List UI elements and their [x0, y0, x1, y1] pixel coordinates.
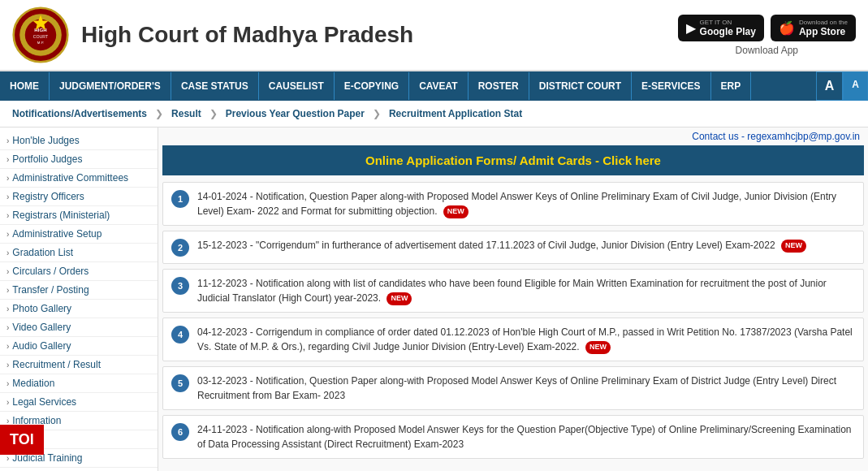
sidebar-item-registry-officers[interactable]: › Registry Officers — [0, 188, 158, 206]
nav-eservices[interactable]: E-SERVICES — [632, 72, 710, 100]
notification-text: 03-12-2023 - Notification, Question Pape… — [197, 374, 855, 403]
nav-ecopying[interactable]: E-COPYING — [335, 72, 409, 100]
sidebar-label-registry-officers: Registry Officers — [12, 191, 84, 202]
nav-home[interactable]: HOME — [0, 72, 50, 100]
sidebar-label-legal-services: Legal Services — [12, 396, 76, 408]
list-item[interactable]: 6 24-11-2023 - Notification along-with P… — [162, 415, 864, 459]
main-content: › Hon'ble Judges › Portfolio Judges › Ad… — [0, 127, 868, 471]
nav-causelist[interactable]: CAUSELIST — [259, 72, 335, 100]
sidebar-item-admin-setup[interactable]: › Administrative Setup — [0, 225, 158, 244]
sidebar-label-audio-gallery: Audio Gallery — [12, 340, 71, 352]
font-large-button[interactable]: A — [816, 71, 844, 101]
chevron-icon: › — [6, 136, 9, 145]
sub-nav-notifications[interactable]: Notifications/Advertisements — [8, 106, 151, 122]
list-item[interactable]: 1 14-01-2024 - Notification, Question Pa… — [162, 182, 864, 226]
list-item[interactable]: 5 03-12-2023 - Notification, Question Pa… — [162, 366, 864, 410]
chevron-icon: › — [6, 305, 9, 313]
sidebar-item-video-gallery[interactable]: › Video Gallery — [0, 318, 158, 337]
notification-number: 6 — [171, 423, 189, 441]
sidebar-item-photo-gallery[interactable]: › Photo Gallery — [0, 300, 158, 318]
chevron-icon: › — [6, 454, 9, 463]
sidebar-label-video-gallery: Video Gallery — [12, 322, 71, 333]
font-size-controls: A A — [816, 71, 868, 101]
sidebar-item-gradation-list[interactable]: › Gradation List — [0, 244, 158, 262]
app-store-button[interactable]: 🍎 Download on the App Store — [771, 15, 856, 41]
sidebar-item-legal-services[interactable]: › Legal Services — [0, 393, 158, 412]
list-item[interactable]: 3 11-12-2023 - Notification along with l… — [162, 269, 864, 313]
sidebar-label-admin-committees: Administrative Committees — [12, 172, 128, 184]
sidebar-item-recruitment[interactable]: › Recruitment / Result — [0, 356, 158, 374]
notification-text: 11-12-2023 - Notification along with lis… — [197, 276, 855, 305]
nav-caveat[interactable]: CAVEAT — [409, 72, 469, 100]
notification-text: 04-12-2023 - Corrigendum in compliance o… — [197, 325, 855, 354]
sidebar-item-audio-gallery[interactable]: › Audio Gallery — [0, 337, 158, 356]
google-play-label: Google Play — [700, 26, 756, 37]
chevron-icon: › — [6, 379, 9, 388]
notification-number: 3 — [171, 277, 189, 295]
sub-nav-sep-3: ❯ — [373, 108, 381, 119]
new-badge: NEW — [443, 205, 469, 218]
download-app-label: Download App — [736, 45, 798, 56]
notification-number: 1 — [171, 190, 189, 208]
get-it-on-label: GET IT ON — [700, 19, 756, 26]
new-badge: NEW — [585, 341, 611, 354]
app-buttons-group: ▶ GET IT ON Google Play 🍎 Download on th… — [678, 15, 856, 41]
logo: HIGH COURT M.P. — [12, 6, 69, 63]
sub-nav-sep-2: ❯ — [209, 108, 218, 119]
chevron-icon: › — [6, 361, 9, 369]
sidebar-item-transfer[interactable]: › Transfer / Posting — [0, 281, 158, 300]
chevron-icon: › — [6, 267, 9, 276]
sub-nav-prev-year[interactable]: Previous Year Question Paper — [222, 106, 369, 122]
chevron-icon: › — [6, 398, 9, 407]
sidebar-label-gradation-list: Gradation List — [12, 247, 73, 258]
new-badge: NEW — [781, 240, 806, 253]
chevron-icon: › — [6, 155, 9, 164]
sidebar: › Hon'ble Judges › Portfolio Judges › Ad… — [0, 127, 158, 471]
sub-nav-result[interactable]: Result — [167, 106, 205, 122]
notification-number: 5 — [171, 374, 189, 392]
notification-text: 24-11-2023 - Notification along-with Pro… — [197, 422, 855, 452]
nav-erp[interactable]: ERP — [711, 72, 752, 100]
nav-judgment[interactable]: JUDGMENT/ORDER'S — [50, 72, 171, 100]
app-store-label: App Store — [799, 26, 848, 37]
sub-nav-recruitment-stat[interactable]: Recruitment Application Stat — [385, 106, 526, 122]
font-small-button[interactable]: A — [843, 71, 868, 101]
new-badge: NEW — [386, 292, 412, 305]
chevron-icon: › — [6, 323, 9, 332]
nav-district-court[interactable]: DISTRICT COURT — [529, 72, 632, 100]
sidebar-item-honble-judges[interactable]: › Hon'ble Judges — [0, 132, 158, 150]
notifications-list: 1 14-01-2024 - Notification, Question Pa… — [162, 182, 864, 459]
google-play-button[interactable]: ▶ GET IT ON Google Play — [678, 15, 764, 41]
chevron-icon: › — [6, 192, 9, 201]
notification-number: 2 — [171, 239, 189, 257]
list-item[interactable]: 2 15-12-2023 - "Corrigendum" in furthera… — [162, 231, 864, 264]
app-download-section: ▶ GET IT ON Google Play 🍎 Download on th… — [678, 15, 856, 56]
sub-nav-bar: Notifications/Advertisements ❯ Result ❯ … — [0, 101, 868, 127]
chevron-icon: › — [6, 174, 9, 183]
svg-text:COURT: COURT — [33, 34, 49, 39]
sidebar-item-portfolio-judges[interactable]: › Portfolio Judges — [0, 150, 158, 169]
nav-roster[interactable]: ROSTER — [469, 72, 529, 100]
sidebar-label-admin-setup: Administrative Setup — [12, 228, 101, 240]
sidebar-item-registrars[interactable]: › Registrars (Ministerial) — [0, 206, 158, 225]
sidebar-item-circulars[interactable]: › Circulars / Orders — [0, 262, 158, 281]
sidebar-label-transfer: Transfer / Posting — [12, 284, 89, 296]
download-on-label: Download on the — [799, 19, 848, 26]
chevron-icon: › — [6, 211, 9, 220]
contact-line[interactable]: Contact us - regexamhcjbp@mp.gov.in — [158, 127, 868, 145]
toi-badge: TOI — [0, 425, 44, 455]
sidebar-label-portfolio-judges: Portfolio Judges — [12, 153, 82, 165]
content-area: Contact us - regexamhcjbp@mp.gov.in Onli… — [158, 127, 868, 471]
sidebar-label-circulars: Circulars / Orders — [12, 266, 89, 277]
notification-text: 14-01-2024 - Notification, Question Pape… — [197, 189, 855, 218]
sidebar-item-admin-committees[interactable]: › Administrative Committees — [0, 169, 158, 188]
apple-icon: 🍎 — [779, 20, 795, 36]
sidebar-item-mediation[interactable]: › Mediation — [0, 374, 158, 393]
notification-text: 15-12-2023 - "Corrigendum" in furtheranc… — [197, 238, 855, 253]
list-item[interactable]: 4 04-12-2023 - Corrigendum in compliance… — [162, 318, 864, 361]
sub-nav-sep-1: ❯ — [155, 108, 163, 119]
admit-card-bar[interactable]: Online Application Forms/ Admit Cards - … — [162, 145, 864, 175]
sidebar-label-registrars: Registrars (Ministerial) — [12, 210, 110, 221]
sidebar-label-mediation: Mediation — [12, 378, 54, 389]
nav-case-status[interactable]: CASE STATUS — [171, 72, 259, 100]
